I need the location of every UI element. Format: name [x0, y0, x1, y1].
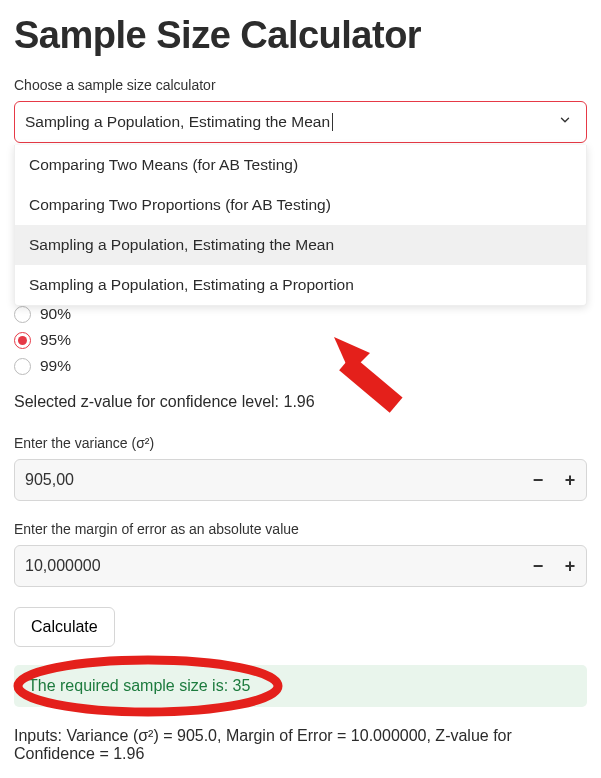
radio-label: 99%	[40, 357, 71, 375]
dropdown-option[interactable]: Sampling a Population, Estimating a Prop…	[15, 265, 586, 305]
zvalue-text: Selected z-value for confidence level: 1…	[14, 393, 587, 411]
variance-label: Enter the variance (σ²)	[14, 435, 587, 451]
chevron-down-icon	[558, 113, 572, 131]
result-text: The required sample size is: 35	[14, 665, 587, 707]
confidence-radio-90[interactable]: 90%	[14, 305, 587, 323]
variance-value: 905,00	[15, 460, 522, 500]
variance-decrement-button[interactable]: −	[522, 460, 554, 500]
dropdown-option[interactable]: Comparing Two Means (for AB Testing)	[15, 145, 586, 185]
radio-icon	[14, 332, 31, 349]
variance-increment-button[interactable]: +	[554, 460, 586, 500]
margin-increment-button[interactable]: +	[554, 546, 586, 586]
confidence-radio-95[interactable]: 95%	[14, 331, 587, 349]
confidence-radio-group: 90% 95% 99%	[14, 305, 587, 375]
calculator-dropdown: Comparing Two Means (for AB Testing) Com…	[14, 145, 587, 306]
confidence-radio-99[interactable]: 99%	[14, 357, 587, 375]
calculator-select-value: Sampling a Population, Estimating the Me…	[25, 113, 330, 131]
choose-calculator-label: Choose a sample size calculator	[14, 77, 587, 93]
margin-decrement-button[interactable]: −	[522, 546, 554, 586]
page-title: Sample Size Calculator	[14, 14, 587, 57]
dropdown-option[interactable]: Sampling a Population, Estimating the Me…	[15, 225, 586, 265]
radio-icon	[14, 358, 31, 375]
margin-label: Enter the margin of error as an absolute…	[14, 521, 587, 537]
variance-input[interactable]: 905,00 − +	[14, 459, 587, 501]
margin-value: 10,000000	[15, 546, 522, 586]
radio-label: 95%	[40, 331, 71, 349]
inputs-summary: Inputs: Variance (σ²) = 905.0, Margin of…	[14, 727, 587, 763]
radio-label: 90%	[40, 305, 71, 323]
radio-icon	[14, 306, 31, 323]
calculator-select[interactable]: Sampling a Population, Estimating the Me…	[14, 101, 587, 143]
dropdown-option[interactable]: Comparing Two Proportions (for AB Testin…	[15, 185, 586, 225]
margin-input[interactable]: 10,000000 − +	[14, 545, 587, 587]
calculate-button[interactable]: Calculate	[14, 607, 115, 647]
